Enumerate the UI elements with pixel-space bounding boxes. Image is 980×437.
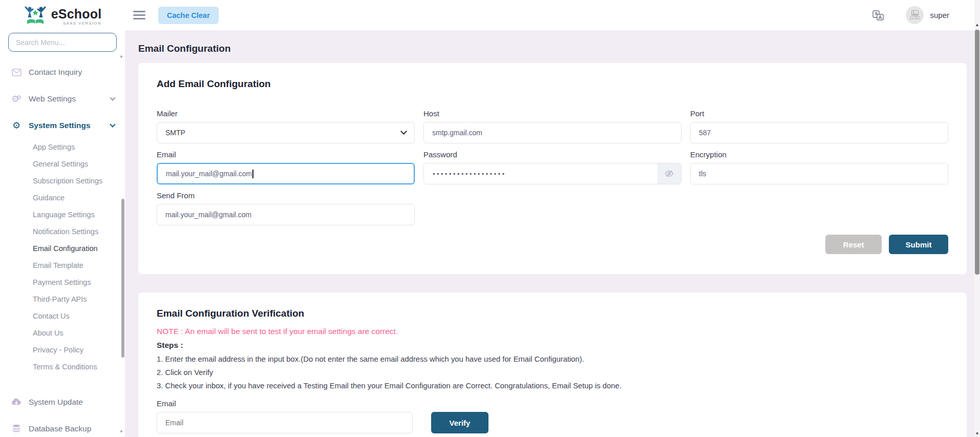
window-scrollbar[interactable]: ▲ ▼ [974,0,980,437]
envelope-icon [10,69,23,76]
step-1: 1. Enter the email address in the input … [157,355,948,363]
email-config-card: Add Email Configuration Mailer SMTP Host… [138,63,967,274]
port-label: Port [690,109,948,118]
verify-button[interactable]: Verify [431,412,488,433]
sidebar-item-general-settings[interactable]: General Settings [0,156,125,173]
eye-slash-icon [665,170,674,177]
email-label: Email [157,150,415,159]
username[interactable]: super [930,11,949,19]
reset-button[interactable]: Reset [825,235,882,254]
cloud-download-icon [10,398,23,406]
verification-heading: Email Configuration Verification [157,308,948,319]
sidebar-item-contact-inquiry[interactable]: Contact Inquiry [0,65,125,79]
avatar-placeholder-text: NO IMAGE AVAILABLE [906,16,924,20]
main-content: Email Configuration Add Email Configurat… [125,30,980,437]
sidebar-item-label: System Settings [29,121,91,130]
toggle-password-visibility-button[interactable] [657,163,681,184]
sidebar-item-third-party-apis[interactable]: Third-Party APIs [0,291,125,308]
steps-label: Steps : [157,341,948,350]
search-input[interactable] [8,33,117,52]
sidebar-item-label: Contact Inquiry [29,68,82,77]
sidebar-nav: Contact Inquiry ⚙⚙ Web Settings ⚙ System… [0,52,125,436]
mailer-selected-value: SMTP [165,129,185,137]
sidebar-item-email-configuration[interactable]: Email Configuration [0,240,125,257]
sidebar-item-email-template[interactable]: Email Template [0,257,125,274]
sidebar-item-about-us[interactable]: About Us [0,325,125,342]
send-from-label: Send From [157,191,415,200]
logo[interactable]: eSchool SAAS VERSION [0,0,125,27]
system-settings-submenu: App Settings General Settings Subscripti… [0,139,125,376]
encryption-input[interactable] [690,163,948,184]
sidebar-item-guidance[interactable]: Guidance [0,190,125,206]
port-input[interactable] [690,122,948,143]
password-label: Password [423,150,681,159]
menu-icon[interactable] [133,11,145,19]
sidebar-item-privacy-policy[interactable]: Privacy - Policy [0,342,125,359]
page-title: Email Configuration [138,43,967,54]
sidebar-scrollbar-thumb[interactable] [121,199,124,358]
sidebar-item-payment-settings[interactable]: Payment Settings [0,274,125,291]
sidebar-item-label: Database Backup [29,424,91,433]
scroll-up-icon[interactable]: ▲ [974,23,980,27]
verify-email-label: Email [157,399,948,408]
sidebar-scroll-down-icon[interactable]: ▼ [119,429,123,434]
email-verification-card: Email Configuration Verification NOTE : … [138,293,967,437]
sidebar-item-language-settings[interactable]: Language Settings [0,206,125,223]
top-header: Cache Clear NO IMAGE AVAILABLE super [125,0,980,30]
submit-button[interactable]: Submit [889,235,948,254]
host-label: Host [423,109,681,118]
step-3: 3. Check your inbox, if you have receive… [157,382,948,390]
sidebar-item-database-backup[interactable]: Database Backup [0,422,125,436]
step-2: 2. Click on Verify [157,368,948,377]
scrollbar-thumb[interactable] [975,30,979,275]
encryption-label: Encryption [690,150,948,159]
gear-icon: ⚙ [10,121,23,130]
translate-icon[interactable] [872,9,884,22]
chevron-down-icon [110,95,115,100]
brand-tagline: SAAS VERSION [51,22,102,26]
mailer-label: Mailer [157,109,415,118]
sidebar-item-app-settings[interactable]: App Settings [0,139,125,156]
cache-clear-button[interactable]: Cache Clear [158,7,219,24]
sidebar-scroll-up-icon[interactable]: ▲ [119,54,123,58]
chevron-down-icon [110,121,115,127]
database-icon [10,424,23,433]
sidebar-item-notification-settings[interactable]: Notification Settings [0,223,125,240]
sidebar: eSchool SAAS VERSION Contact Inquiry ⚙⚙ … [0,0,125,437]
sidebar-item-label: Web Settings [29,94,76,103]
eschool-logo-icon [24,6,47,27]
password-input[interactable] [424,163,657,184]
sidebar-item-system-update[interactable]: System Update [0,395,125,409]
email-input[interactable]: mail.your_mail@gmail.com [157,163,415,184]
text-cursor [252,170,253,178]
verify-email-input[interactable] [157,412,413,433]
brand-name: eSchool [51,7,102,21]
sidebar-item-contact-us[interactable]: Contact Us [0,308,125,325]
verification-note: NOTE : An email will be sent to test if … [157,327,948,336]
chevron-down-icon [400,128,407,135]
mailer-select[interactable]: SMTP [157,122,415,143]
host-input[interactable] [423,122,681,143]
sidebar-item-terms-conditions[interactable]: Terms & Conditions [0,359,125,376]
sidebar-item-subscription-settings[interactable]: Subscription Settings [0,173,125,190]
send-from-input[interactable] [157,204,415,225]
avatar[interactable]: NO IMAGE AVAILABLE [906,6,924,24]
scroll-down-icon[interactable]: ▼ [974,431,980,436]
card-heading: Add Email Configuration [157,78,948,90]
email-value: mail.your_mail@gmail.com [166,170,252,178]
gears-icon: ⚙⚙ [10,95,23,103]
sidebar-item-web-settings[interactable]: ⚙⚙ Web Settings [0,92,125,106]
sidebar-item-system-settings[interactable]: ⚙ System Settings [0,118,125,133]
sidebar-item-label: System Update [29,398,83,407]
